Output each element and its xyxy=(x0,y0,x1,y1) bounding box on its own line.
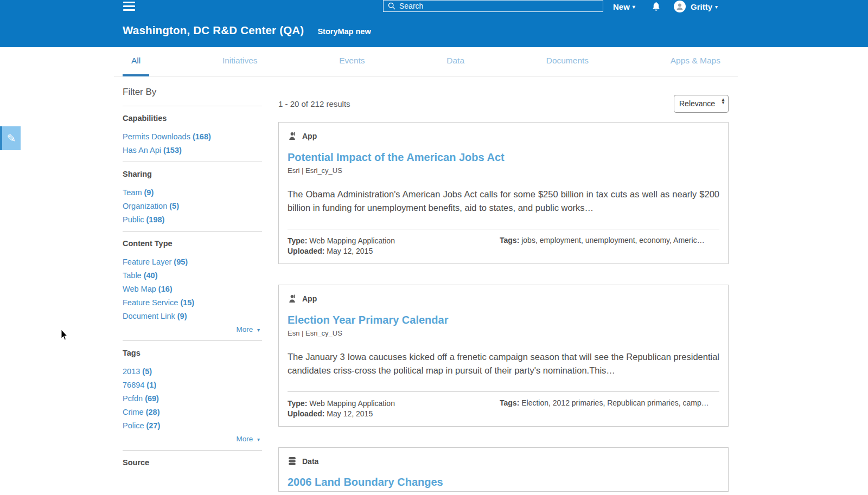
filter-link[interactable]: Crime (28) xyxy=(123,408,262,416)
divider xyxy=(123,162,262,162)
chevron-down-icon: ▾ xyxy=(633,4,635,10)
filter-label: Table xyxy=(123,271,142,280)
results-panel: 1 - 20 of 212 results Relevance ▲ ▼ App … xyxy=(278,93,729,492)
storymap-link[interactable]: StoryMap new xyxy=(317,27,371,36)
filter-count: (40) xyxy=(144,271,158,280)
filter-by-heading: Filter By xyxy=(123,87,262,98)
divider xyxy=(123,231,262,232)
result-tags: Tags: Election, 2012 primaries, Republic… xyxy=(500,398,719,419)
card-kind-label: App xyxy=(302,294,317,303)
tab-initiatives[interactable]: Initiatives xyxy=(214,47,266,76)
sort-control: Relevance ▲ ▼ xyxy=(674,95,729,113)
filter-link[interactable]: 76894 (1) xyxy=(123,381,262,389)
tab-documents[interactable]: Documents xyxy=(538,47,597,76)
more-tags-link[interactable]: More ▾ xyxy=(123,435,260,443)
filter-label: Team xyxy=(123,188,142,197)
result-meta: Type: Web Mapping Application Uploaded: … xyxy=(288,236,395,256)
tags-value: jobs, employment, unemployment, economy,… xyxy=(521,236,704,245)
filter-link[interactable]: Pcfdn (69) xyxy=(123,394,262,403)
site-title: Washington, DC R&D Center (QA) xyxy=(123,24,304,37)
filter-section-content-type: Content Type Feature Layer (95) Table (4… xyxy=(123,239,262,333)
result-title-link[interactable]: 2006 Land Boundary Changes xyxy=(288,476,719,488)
divider xyxy=(123,340,262,341)
filter-count: (69) xyxy=(145,394,159,403)
filter-count: (9) xyxy=(144,188,154,197)
filter-section-source: Source xyxy=(123,458,262,467)
filter-link[interactable]: Public (198) xyxy=(123,215,262,224)
chevron-down-icon: ▾ xyxy=(257,436,260,442)
filter-section-capabilities: Capabilities Permits Downloads (168) Has… xyxy=(123,114,262,155)
filter-label: Permits Downloads xyxy=(123,132,190,141)
result-card: App Election Year Primary Calendar Esri … xyxy=(278,285,729,427)
filter-label: Organization xyxy=(123,202,167,210)
filter-label: 76894 xyxy=(123,381,144,389)
filter-link[interactable]: 2013 (5) xyxy=(123,367,262,376)
filter-link[interactable]: Team (9) xyxy=(123,188,262,197)
filter-link[interactable]: Permits Downloads (168) xyxy=(123,132,262,141)
filter-link[interactable]: Document Link (9) xyxy=(123,312,262,320)
more-label: More xyxy=(236,325,253,333)
tab-all[interactable]: All xyxy=(123,47,149,76)
filter-sidebar: Filter By Capabilities Permits Downloads… xyxy=(123,87,262,477)
uploaded-label: Uploaded: xyxy=(288,247,324,255)
mouse-cursor xyxy=(61,330,69,343)
section-heading: Sharing xyxy=(123,170,262,178)
new-button[interactable]: New ▾ xyxy=(613,0,635,13)
more-label: More xyxy=(236,435,253,443)
avatar xyxy=(674,1,686,12)
filter-link[interactable]: Feature Service (15) xyxy=(123,298,262,307)
sort-select[interactable]: Relevance xyxy=(674,99,728,108)
result-title-link[interactable]: Potential Impact of the American Jobs Ac… xyxy=(288,151,719,164)
filter-link[interactable]: Web Map (16) xyxy=(123,285,262,293)
filter-count: (198) xyxy=(146,215,165,224)
filter-count: (5) xyxy=(142,367,152,376)
result-title-link[interactable]: Election Year Primary Calendar xyxy=(288,314,719,326)
filter-link[interactable]: Has An Api (153) xyxy=(123,146,262,155)
edit-site-button[interactable]: ✎ xyxy=(0,126,21,150)
results-count: 1 - 20 of 212 results xyxy=(278,99,350,108)
filter-label: Feature Layer xyxy=(123,258,171,266)
filter-count: (9) xyxy=(177,312,187,320)
result-description: The Obama Administration's American Jobs… xyxy=(288,188,719,215)
search-icon xyxy=(388,2,395,10)
notifications-button[interactable] xyxy=(652,0,661,13)
uploaded-value: May 12, 2015 xyxy=(327,247,373,255)
divider xyxy=(123,450,262,451)
filter-count: (153) xyxy=(163,146,182,155)
filter-label: Pcfdn xyxy=(123,394,143,403)
result-meta: Type: Web Mapping Application Uploaded: … xyxy=(288,398,395,419)
filter-count: (168) xyxy=(193,132,211,141)
section-heading: Source xyxy=(123,458,262,467)
search-input[interactable] xyxy=(399,2,584,10)
app-icon xyxy=(288,131,297,141)
filter-link[interactable]: Table (40) xyxy=(123,271,262,280)
filter-label: 2013 xyxy=(123,367,140,376)
filter-count: (16) xyxy=(158,285,173,293)
pencil-icon: ✎ xyxy=(7,132,16,145)
tags-label: Tags: xyxy=(500,398,519,407)
filter-link[interactable]: Organization (5) xyxy=(123,202,262,210)
filter-link[interactable]: Police (27) xyxy=(123,421,262,430)
chevron-down-icon: ▾ xyxy=(257,327,260,333)
section-heading: Capabilities xyxy=(123,114,262,123)
tab-events[interactable]: Events xyxy=(330,47,373,76)
tab-apps-maps[interactable]: Apps & Maps xyxy=(662,47,729,76)
app-icon xyxy=(288,294,297,304)
tags-label: Tags: xyxy=(500,236,519,245)
menu-icon[interactable] xyxy=(123,2,135,11)
result-card: App Potential Impact of the American Job… xyxy=(278,122,729,264)
section-heading: Tags xyxy=(123,349,262,357)
filter-label: Crime xyxy=(123,408,144,416)
filter-count: (27) xyxy=(146,421,161,430)
type-value: Web Mapping Application xyxy=(309,399,395,408)
user-menu[interactable]: Gritty ▾ xyxy=(674,0,718,13)
filter-count: (95) xyxy=(174,258,188,266)
divider xyxy=(123,106,262,106)
chevron-down-icon: ▾ xyxy=(715,4,718,10)
filter-link[interactable]: Feature Layer (95) xyxy=(123,258,262,266)
tab-data[interactable]: Data xyxy=(438,47,473,76)
filter-label: Feature Service xyxy=(123,298,178,307)
more-content-type-link[interactable]: More ▾ xyxy=(123,325,260,333)
card-kind-label: Data xyxy=(302,457,318,466)
uploaded-label: Uploaded: xyxy=(288,409,324,418)
